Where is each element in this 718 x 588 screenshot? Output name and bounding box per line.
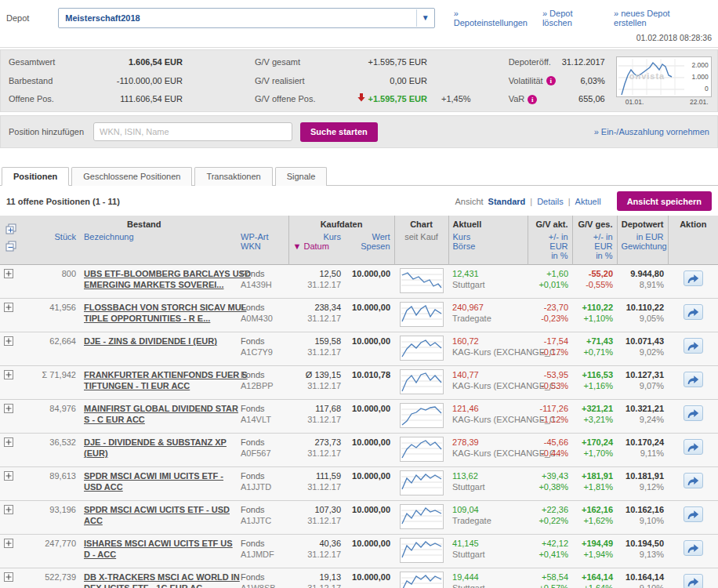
tab-positionen[interactable]: Positionen	[2, 167, 69, 186]
expand-row-icon[interactable]	[4, 437, 13, 449]
info-icon[interactable]: i	[546, 76, 556, 85]
kaufwert-cell: 10.000,00	[345, 332, 394, 366]
col-wert-spesen[interactable]: WertSpesen	[345, 230, 394, 265]
shares-count: 84,976	[20, 400, 80, 434]
wpart-wkn-cell: FondsA1C7Y9	[237, 332, 288, 366]
depotwert-cell: 10.181,919,12%	[617, 467, 668, 501]
expand-row-icon[interactable]	[4, 505, 13, 517]
kaufkurs-datum-cell: 238,3431.12.17	[288, 299, 345, 332]
trade-action-button[interactable]	[684, 270, 703, 286]
wpart-wkn-cell: FondsA0F567	[237, 434, 288, 467]
ansicht-label: Ansicht	[455, 197, 484, 206]
col-wpart-wkn[interactable]: WP-ArtWKN	[237, 230, 288, 265]
position-name-cell: UBS ETF-BLOOMBERG BARCLAYS USDEMERGING M…	[80, 265, 237, 299]
view-standard[interactable]: Standard	[488, 197, 526, 206]
sparkline-chart	[400, 504, 444, 529]
expand-row-icon[interactable]	[4, 303, 13, 314]
kaufkurs-datum-cell: 12,5031.12.17	[288, 265, 345, 299]
barbestand-label: Barbestand	[9, 75, 81, 87]
position-name-cell: ISHARES MSCI ACWI UCITS ETF USD - ACC	[80, 535, 237, 568]
trade-action-button[interactable]	[684, 439, 703, 455]
position-name-link[interactable]: DB X-TRACKERS MSCI AC WORLD INDEX UCITS …	[84, 572, 233, 588]
position-name-link[interactable]: DJE - ZINS & DIVIDENDE I (EUR)	[84, 336, 233, 347]
col-bezeichnung[interactable]: Bezeichnung	[80, 230, 237, 265]
collapse-all-icon[interactable]	[5, 241, 16, 252]
kaufkurs-datum-cell: 19,1331.12.17	[288, 568, 345, 588]
trade-action-button[interactable]	[684, 304, 703, 320]
col-kurs-datum[interactable]: Kurs▼ Datum	[288, 230, 345, 265]
expand-row-icon[interactable]	[4, 370, 13, 382]
position-row: 36,532 DJE - DIVIDENDE & SUBSTANZ XP(EUR…	[0, 434, 718, 467]
wpart-wkn-cell: FondsA1439H	[237, 265, 288, 299]
datetime: 01.02.2018 08:28:36	[6, 28, 712, 44]
depot-select[interactable]: Meisterschaft2018 ▼	[58, 8, 435, 28]
position-name-cell: DJE - ZINS & DIVIDENDE I (EUR)	[80, 332, 237, 366]
sparkline-cell	[394, 467, 448, 501]
trade-action-button[interactable]	[684, 506, 703, 522]
col-kurs-boerse[interactable]: KursBörse	[448, 230, 528, 265]
position-name-link[interactable]: FLOSSBACH VON STORCH SICAV MULTIPLE OPPO…	[84, 302, 233, 324]
trade-action-button[interactable]	[684, 338, 703, 354]
gv-akt-cell: +42,12+0,41%	[528, 535, 572, 568]
tab-signale[interactable]: Signale	[275, 167, 328, 186]
link-depot-settings[interactable]: » Depoteinstellungen	[454, 9, 528, 27]
order-arrow-icon	[687, 577, 699, 587]
view-details[interactable]: Details	[537, 197, 564, 206]
position-name-link[interactable]: DJE - DIVIDENDE & SUBSTANZ XP(EUR)	[84, 437, 233, 459]
expand-row-icon[interactable]	[4, 572, 13, 584]
link-depot-create[interactable]: » neues Depot erstellen	[614, 9, 698, 27]
depotwert-cell: 10.321,219,24%	[617, 400, 668, 434]
trade-action-button[interactable]	[684, 405, 703, 421]
tab-transaktionen[interactable]: Transaktionen	[194, 167, 272, 186]
col-group-kaufdaten: Kaufdaten	[288, 216, 394, 230]
view-aktuell[interactable]: Aktuell	[575, 197, 601, 206]
search-button[interactable]: Suche starten	[300, 122, 378, 142]
expand-row-icon[interactable]	[4, 269, 13, 281]
chevron-down-icon[interactable]: ▼	[416, 9, 434, 27]
position-name-link[interactable]: SPDR MSCI ACWI UCITS ETF - USDACC	[84, 504, 233, 526]
trade-action-button[interactable]	[684, 372, 703, 387]
col-depotwert-sub[interactable]: in EURGewichtung	[617, 230, 668, 265]
position-name-link[interactable]: MAINFIRST GLOBAL DIVIDEND STARS - C EUR …	[84, 403, 233, 425]
position-name-cell: FRANKFURTER AKTIENFONDS FUER STIFTUNGEN …	[80, 366, 237, 400]
col-group-aktion: Aktion	[668, 216, 718, 230]
expand-all-icon[interactable]	[5, 223, 16, 234]
info-icon[interactable]: i	[528, 95, 537, 104]
col-seit-kauf: seit Kauf	[394, 230, 448, 265]
add-position-panel: Position hinzufügen Suche starten » Ein-…	[0, 115, 718, 148]
gv-ges-cell: +194,49+1,94%	[572, 535, 617, 568]
gv-akt-cell: +58,54+0,57%	[528, 568, 572, 588]
trade-action-button[interactable]	[684, 540, 703, 556]
wkn-search-input[interactable]	[93, 122, 292, 141]
position-row: 84,976 MAINFIRST GLOBAL DIVIDEND STARS -…	[0, 400, 718, 434]
expand-row-icon[interactable]	[4, 539, 13, 550]
expand-row-icon[interactable]	[4, 471, 13, 483]
link-ein-auszahlung[interactable]: » Ein-/Auszahlung vornehmen	[594, 127, 709, 136]
summary-panel: Gesamtwert1.606,54 EUR Barbestand-110.00…	[0, 49, 718, 112]
gv-ges-cell: +181,91+1,81%	[572, 467, 617, 501]
wpart-wkn-cell: FondsA1JJTD	[237, 467, 288, 501]
volatilitaet-label: Volatilität	[509, 75, 543, 87]
link-depot-delete[interactable]: » Depot löschen	[542, 9, 600, 27]
tabs: Positionen Geschlossene Positionen Trans…	[0, 167, 718, 186]
save-view-button[interactable]: Ansicht speichern	[617, 191, 712, 211]
position-name-link[interactable]: SPDR MSCI ACWI IMI UCITS ETF -USD ACC	[84, 470, 233, 492]
trade-action-button[interactable]	[684, 574, 703, 588]
position-name-link[interactable]: UBS ETF-BLOOMBERG BARCLAYS USDEMERGING M…	[84, 268, 233, 290]
col-stueck[interactable]: Stück	[20, 230, 80, 265]
wpart-wkn-cell: FondsA1JJTC	[237, 501, 288, 535]
expand-row-icon[interactable]	[4, 404, 13, 416]
col-gv-akt-sub[interactable]: +/- in EURin %	[528, 230, 572, 265]
position-name-link[interactable]: FRANKFURTER AKTIENFONDS FUER STIFTUNGEN …	[84, 369, 233, 391]
position-name-link[interactable]: ISHARES MSCI ACWI UCITS ETF USD - ACC	[84, 538, 233, 560]
expand-row-icon[interactable]	[4, 336, 13, 348]
aktuell-cell: 109,04Tradegate	[448, 501, 528, 535]
depoteroeff-label: Depoteröff.	[509, 56, 562, 68]
wpart-wkn-cell: FondsA0M430	[237, 299, 288, 332]
sparkline-cell	[394, 332, 448, 366]
chart-watermark: onvista	[629, 71, 665, 81]
aktuell-cell: 12,431Stuttgart	[448, 265, 528, 299]
tab-geschlossene-positionen[interactable]: Geschlossene Positionen	[71, 167, 192, 186]
trade-action-button[interactable]	[684, 473, 703, 488]
col-gv-ges-sub[interactable]: +/- in EURin %	[572, 230, 617, 265]
